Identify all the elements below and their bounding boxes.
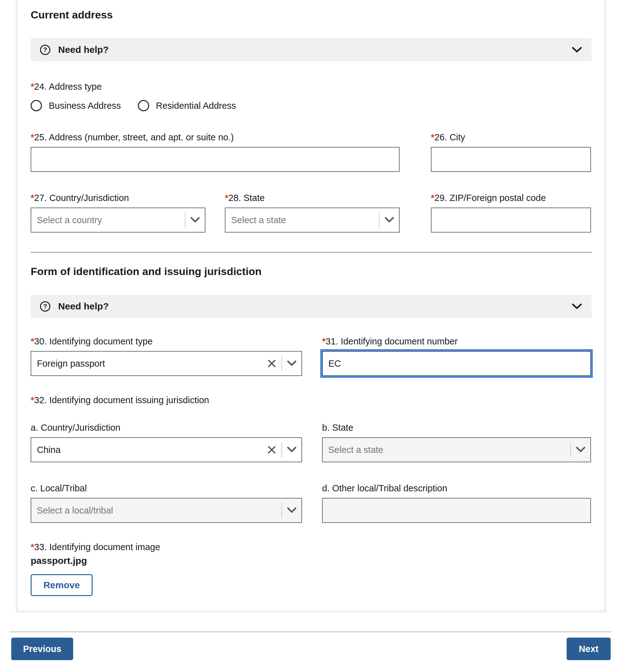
chevron-down-icon (571, 438, 590, 462)
doc-type-combobox[interactable]: Foreign passport (31, 351, 302, 376)
chevron-down-icon[interactable] (185, 208, 205, 232)
other-description-input-disabled (322, 498, 591, 523)
address-type-label: *24. Address type (31, 81, 592, 92)
chevron-down-icon[interactable] (572, 303, 582, 309)
issuing-country-value: China (31, 445, 262, 455)
need-help-label: Need help? (58, 44, 109, 55)
doc-type-value: Foreign passport (31, 359, 262, 369)
radio-residential-address-label: Residential Address (156, 101, 236, 111)
doc-number-input[interactable] (322, 351, 591, 376)
address-type-radio-group: Business Address Residential Address (31, 100, 592, 111)
issuing-state-placeholder: Select a state (323, 445, 570, 455)
clear-icon[interactable] (262, 352, 281, 375)
chevron-down-icon[interactable] (282, 352, 301, 375)
radio-business-address[interactable] (31, 100, 42, 111)
issuing-country-combobox[interactable]: China (31, 437, 302, 462)
section-divider (31, 252, 592, 253)
next-button[interactable]: Next (567, 638, 611, 660)
section-title-identification: Form of identification and issuing juris… (31, 265, 592, 278)
zip-input[interactable] (431, 208, 591, 232)
footer-divider (9, 631, 612, 632)
doc-type-label: *30. Identifying document type (31, 336, 302, 347)
need-help-label: Need help? (58, 301, 109, 312)
help-icon: ? (40, 45, 50, 55)
country-select-placeholder: Select a country (31, 215, 185, 225)
need-help-accordion[interactable]: ? Need help? (31, 295, 592, 318)
issuing-state-label: b. State (322, 422, 591, 433)
state-select-placeholder: Select a state (225, 215, 379, 225)
remove-button[interactable]: Remove (31, 574, 92, 596)
doc-number-focus-ring (322, 351, 591, 376)
city-label: *26. City (431, 132, 591, 142)
need-help-accordion[interactable]: ? Need help? (31, 38, 592, 61)
chevron-down-icon (282, 498, 301, 522)
local-tribal-select-disabled: Select a local/tribal (31, 498, 302, 523)
doc-image-label: *33. Identifying document image (31, 542, 592, 552)
previous-button[interactable]: Previous (11, 638, 73, 660)
chevron-down-icon[interactable] (572, 47, 582, 53)
state-label: *28. State (225, 192, 400, 203)
issuing-country-label: a. Country/Jurisdiction (31, 422, 302, 433)
radio-residential-address[interactable] (138, 100, 149, 111)
issuing-state-select-disabled: Select a state (322, 437, 591, 462)
radio-business-address-label: Business Address (49, 101, 121, 111)
other-description-label: d. Other local/Tribal description (322, 483, 591, 494)
address-input[interactable] (31, 147, 400, 172)
clear-icon[interactable] (262, 438, 281, 462)
country-label: *27. Country/Jurisdiction (31, 192, 205, 203)
chevron-down-icon[interactable] (282, 438, 301, 462)
form-panel: Current address ? Need help? *24. Addres… (16, 0, 607, 613)
local-tribal-label: c. Local/Tribal (31, 483, 302, 494)
city-input[interactable] (431, 147, 591, 172)
state-select[interactable]: Select a state (225, 208, 400, 232)
section-title-current-address: Current address (31, 8, 592, 21)
local-tribal-placeholder: Select a local/tribal (31, 505, 281, 516)
required-marker: * (31, 82, 34, 92)
doc-number-label: *31. Identifying document number (322, 336, 591, 347)
issuing-jurisdiction-label: *32. Identifying document issuing jurisd… (31, 395, 592, 405)
doc-image-filename: passport.jpg (31, 555, 592, 566)
country-select[interactable]: Select a country (31, 208, 205, 232)
zip-label: *29. ZIP/Foreign postal code (431, 192, 591, 203)
address-label: *25. Address (number, street, and apt. o… (31, 132, 400, 142)
chevron-down-icon[interactable] (380, 208, 399, 232)
help-icon: ? (40, 301, 50, 312)
